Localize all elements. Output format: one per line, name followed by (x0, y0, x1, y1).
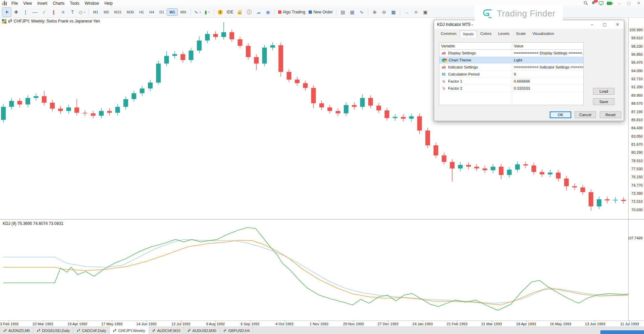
timeframe-M5[interactable]: M5 (101, 9, 111, 15)
date-label: 4 Oct 1992 (275, 322, 293, 326)
timeframe-W1[interactable]: W1 (167, 9, 177, 15)
parameter-row[interactable]: abDisplay Settings=========== Display Se… (439, 50, 583, 57)
kdj-indicator-panel[interactable]: KDJ (9) 75.3695 74.6074 73.0831 (0, 220, 628, 321)
shapes-tool[interactable]: ◇▾ (77, 8, 87, 16)
menu-tools[interactable]: Tools (67, 0, 82, 6)
candle-body (238, 39, 243, 46)
dialog-minimize-button[interactable]: – (586, 20, 598, 29)
timeframe-H1[interactable]: H1 (137, 9, 146, 15)
parameter-row[interactable]: ½Factor 20.333333 (439, 85, 583, 92)
chart-tab-icon (113, 329, 116, 332)
search-icon[interactable] (584, 1, 588, 5)
crosshair-tool[interactable]: ✚ (12, 8, 20, 16)
parameter-value[interactable]: 0.333333 (512, 86, 583, 90)
load-button[interactable]: Load (593, 88, 614, 95)
parameter-value[interactable]: 0.666666 (512, 79, 583, 83)
zoom-out[interactable]: ⊖ (380, 8, 388, 16)
chart-tabs-bar: AUDNZD,M5DOGEUSD,DailyCADCHF,DailyCHFJPY… (0, 327, 644, 334)
timeframe-M15[interactable]: M15 (112, 9, 123, 15)
fibonacci-tool[interactable]: ≡ (59, 8, 67, 16)
lock-button[interactable] (235, 8, 244, 16)
cloud-button[interactable]: ☁ (254, 8, 263, 16)
grid-toggle[interactable]: ▦ (389, 8, 398, 16)
chart-tab-audusd-m30[interactable]: AUDUSD,M30 (184, 327, 220, 334)
timeframe-H4[interactable]: H4 (147, 9, 156, 15)
community-button[interactable]: ◉ (264, 8, 272, 16)
step-forward[interactable]: → (402, 8, 411, 16)
new-order-button[interactable]: New Order (307, 8, 334, 16)
vertical-line-tool[interactable]: | (21, 8, 30, 16)
market-watch[interactable]: $ (216, 8, 225, 16)
algo-trading-button[interactable]: Algo Trading (277, 8, 307, 16)
zoom-in[interactable]: ⊕ (370, 8, 379, 16)
chart-window-icon[interactable] (2, 19, 6, 23)
menu-help[interactable]: Help (102, 0, 115, 6)
dialog-tab-common[interactable]: Common (437, 30, 460, 37)
chart-tab-audchf-m15[interactable]: AUDCHF,M15 (149, 327, 184, 334)
save-button[interactable]: Save (593, 98, 614, 105)
reset-button[interactable]: Reset (600, 111, 621, 118)
menu-charts[interactable]: Charts (50, 0, 67, 6)
menu-window[interactable]: Window (82, 0, 102, 6)
timeframe-MN[interactable]: MN (178, 9, 189, 15)
date-axis[interactable]: 23 Feb 199222 Mar 199219 Apr 199217 May … (0, 321, 628, 327)
parameter-value[interactable]: =========== Display Settings ======... (512, 51, 583, 55)
arrange-windows[interactable]: ▤ (338, 8, 347, 16)
monitor-icon[interactable] (599, 1, 603, 5)
window-minimize-button[interactable]: – (616, 1, 622, 5)
menu-view[interactable]: View (20, 0, 35, 6)
notifications-bell-icon[interactable]: 1 (591, 1, 595, 6)
horizontal-line-tool[interactable]: — (31, 8, 39, 16)
ide-button[interactable]: IDE (225, 8, 235, 16)
equidistant-channel-tool[interactable]: ∥ (49, 8, 58, 16)
parameter-row[interactable]: Chart ThemeLight (439, 57, 583, 64)
dialog-tab-scale[interactable]: Scale (513, 30, 529, 37)
parameter-row[interactable]: abIndicator Settings=========== Indicato… (439, 64, 583, 71)
zoom-in-icon: ⊕ (373, 10, 377, 14)
ok-button[interactable]: OK (550, 111, 571, 118)
window-close-button[interactable]: ✕ (636, 1, 642, 5)
chart-tab-cadchf-daily[interactable]: CADCHF,Daily (73, 327, 110, 334)
parameter-row[interactable]: 01Calculation Period9 (439, 71, 583, 78)
timeframe-M1[interactable]: M1 (91, 9, 101, 15)
window-maximize-button[interactable]: ▢ (625, 1, 632, 5)
chart-tab-gbpusd-h4[interactable]: GBPUSD,H4 (220, 327, 254, 334)
cancel-button[interactable]: Cancel (575, 111, 596, 118)
menu-file[interactable]: File (9, 0, 20, 6)
dropdown-arrow-icon: ▾ (209, 11, 210, 14)
chart-tab-audnzd-m5[interactable]: AUDNZD,M5 (0, 327, 34, 334)
kdj-lines-chart[interactable] (0, 220, 628, 321)
chart-tab-dogeusd-daily[interactable]: DOGEUSD,Daily (34, 327, 73, 334)
parameter-row[interactable]: ½Factor 10.666666 (439, 78, 583, 85)
parameter-name-cell: Chart Theme (439, 58, 512, 62)
dialog-tab-visualization[interactable]: Visualization (529, 30, 557, 37)
dialog-tab-inputs[interactable]: Inputs (460, 31, 477, 38)
line-chart-type[interactable]: ∿▾ (193, 8, 202, 16)
dialog-tab-levels[interactable]: Levels (495, 30, 513, 37)
tile-windows[interactable]: ▦ (348, 8, 357, 16)
parameter-value[interactable]: Light (512, 58, 583, 62)
timeframe-D1[interactable]: D1 (157, 9, 166, 15)
candle-body (229, 32, 234, 39)
parameter-value[interactable]: =========== Indicator Settings ======... (512, 65, 583, 69)
candle-body (336, 111, 340, 113)
candle-body (295, 80, 300, 83)
candle-body (433, 145, 438, 155)
menu-insert[interactable]: Insert (35, 0, 50, 6)
trendline-tool[interactable]: ∕ (40, 8, 49, 16)
chart-tab-chfjpy-weekly[interactable]: CHFJPY,Weekly (110, 327, 149, 334)
zigzag-tool[interactable]: ∿ (357, 8, 366, 16)
price-axis[interactable]: 107.7426 -4.5974 100.99099.61098.23096.8… (628, 18, 644, 321)
signal-button[interactable]: ⓘ (245, 8, 254, 16)
cursor-tool[interactable]: ➤ (2, 8, 11, 16)
objects-list[interactable]: ≡ (412, 8, 420, 16)
candlestick-chart-type[interactable]: ▮▾ (203, 8, 212, 16)
text-tool[interactable]: T (68, 8, 77, 16)
timeframe-M30[interactable]: M30 (124, 9, 136, 15)
parameter-value[interactable]: 9 (512, 72, 583, 76)
dialog-close-button[interactable]: ✕ (611, 20, 624, 29)
dialog-tab-colors[interactable]: Colors (477, 30, 495, 37)
dialog-maximize-button[interactable]: ▢ (598, 20, 611, 29)
docs-button[interactable]: ▣ (421, 8, 430, 16)
parameters-table[interactable]: VariableValueabDisplay Settings=========… (439, 42, 584, 105)
